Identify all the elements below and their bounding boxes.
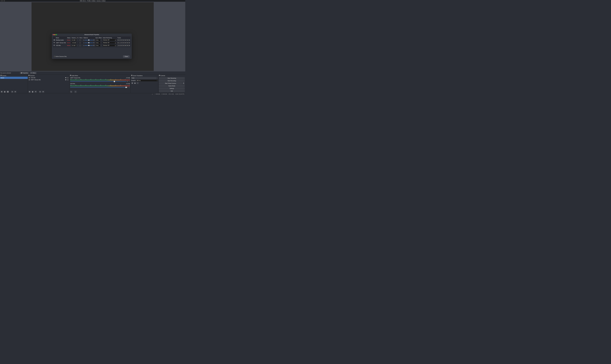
speaker-icon[interactable] <box>127 81 128 82</box>
track-2-checkbox[interactable] <box>120 42 120 43</box>
mono-checkbox[interactable] <box>80 39 81 41</box>
eye-icon[interactable] <box>65 79 66 80</box>
track-2-checkbox[interactable] <box>120 39 120 41</box>
track-3-checkbox[interactable] <box>122 42 123 43</box>
sync-offset-input[interactable] <box>95 39 100 41</box>
duration-stepper[interactable]: ▲▼ <box>157 80 157 81</box>
track-5-checkbox[interactable] <box>126 45 127 46</box>
more-icon[interactable] <box>128 81 130 82</box>
close-button[interactable]: Close <box>123 55 130 58</box>
exit-button[interactable]: Exit <box>159 90 185 92</box>
modal-title-bar[interactable]: Advanced Audio Properties <box>52 34 132 36</box>
eye-icon[interactable] <box>65 77 66 78</box>
track-5-checkbox[interactable] <box>126 42 127 43</box>
maximize-window-button[interactable] <box>4 0 5 1</box>
volume-stepper[interactable]: ▲▼ <box>77 42 77 43</box>
scenes-header[interactable]: Scenes <box>0 75 28 77</box>
transition-select[interactable]: Fade <box>131 77 157 79</box>
mixer-menu-button[interactable] <box>74 91 77 93</box>
scene-filter-button[interactable] <box>7 91 9 93</box>
transition-menu-button[interactable] <box>136 82 139 84</box>
source-item[interactable]: VOD Mix <box>28 77 69 79</box>
start-virtual-camera-button[interactable]: Start Virtual Camera <box>159 82 182 85</box>
sources-list[interactable]: VOD Mix UNIFY Stream Mix <box>28 77 69 91</box>
sync-stepper[interactable]: ▲▼ <box>101 45 101 46</box>
minimize-window-button[interactable] <box>2 0 3 1</box>
lock-icon[interactable] <box>67 79 68 80</box>
mixer-volume-slider[interactable] <box>70 81 126 82</box>
source-down-button[interactable] <box>42 91 44 93</box>
track-2-checkbox[interactable] <box>120 45 120 46</box>
volume-input[interactable] <box>71 39 76 41</box>
track-4-checkbox[interactable] <box>124 39 125 41</box>
lock-icon[interactable] <box>67 77 68 78</box>
duration-value[interactable]: 300 ms <box>137 80 157 81</box>
sources-header[interactable]: Sources <box>28 75 69 77</box>
monitoring-select[interactable]: Monitor Off▲▼ <box>103 42 116 44</box>
sync-stepper[interactable]: ▲▼ <box>101 39 101 41</box>
source-item[interactable]: UNIFY Stream Mix <box>28 79 69 81</box>
balance-slider[interactable]: LR <box>84 42 94 43</box>
add-scene-button[interactable] <box>0 91 3 93</box>
track-3-checkbox[interactable] <box>122 45 123 46</box>
remove-source-button[interactable] <box>31 91 34 93</box>
remove-transition-button[interactable] <box>134 82 136 84</box>
filters-button[interactable]: Filters <box>30 72 37 74</box>
properties-button[interactable]: Properties <box>20 72 29 74</box>
virtual-camera-settings-button[interactable] <box>182 82 185 85</box>
track-3-checkbox[interactable] <box>122 39 123 41</box>
sync-offset-input[interactable] <box>95 42 100 44</box>
monitoring-select[interactable]: Monitor Off▲▼ <box>103 39 116 41</box>
track-6-checkbox[interactable] <box>128 45 129 46</box>
speaker-icon[interactable] <box>127 87 128 88</box>
track-5-checkbox[interactable] <box>126 39 127 41</box>
monitoring-select[interactable]: Monitor Off▲▼ <box>103 44 116 46</box>
source-up-button[interactable] <box>39 91 41 93</box>
scene-item[interactable]: Scene <box>0 77 28 79</box>
transition-stepper[interactable]: ▲▼ <box>157 78 158 79</box>
advanced-audio-button[interactable] <box>70 91 72 93</box>
balance-slider[interactable]: LR <box>84 39 94 41</box>
modal-maximize-button[interactable] <box>56 34 57 35</box>
start-recording-button[interactable]: Start Recording <box>159 80 185 82</box>
close-window-button[interactable] <box>1 0 2 1</box>
mixer-volume-slider[interactable] <box>70 87 126 88</box>
audio-mixer-panel: Audio Mixer UNIFY Stream Mix -4.9 dB -60… <box>69 75 131 93</box>
volume-stepper[interactable]: ▲▼ <box>77 45 77 46</box>
volume-input[interactable] <box>71 45 76 46</box>
controls-header[interactable]: Controls <box>158 75 185 77</box>
volume-input[interactable] <box>71 42 76 44</box>
transitions-header[interactable]: Scene Transitions <box>131 75 158 77</box>
col-volume: Volume % <box>71 37 79 39</box>
scene-down-button[interactable] <box>14 91 16 93</box>
track-1-checkbox[interactable] <box>117 42 119 43</box>
track-4-checkbox[interactable] <box>124 42 125 43</box>
sync-offset-input[interactable] <box>95 45 100 46</box>
settings-button[interactable]: Settings <box>159 87 185 90</box>
source-properties-button[interactable] <box>34 91 37 93</box>
mono-checkbox[interactable] <box>80 45 81 46</box>
track-6-checkbox[interactable] <box>128 39 129 41</box>
modal-minimize-button[interactable] <box>54 34 55 35</box>
start-streaming-button[interactable]: Start Streaming <box>159 77 185 79</box>
studio-mode-button[interactable]: Studio Mode <box>159 85 185 87</box>
audio-mixer-header[interactable]: Audio Mixer <box>69 75 131 77</box>
track-6-checkbox[interactable] <box>128 42 129 43</box>
add-source-button[interactable] <box>28 91 31 93</box>
more-icon[interactable] <box>128 87 130 88</box>
sync-stepper[interactable]: ▲▼ <box>101 42 101 43</box>
mono-checkbox[interactable] <box>80 42 81 43</box>
cpu-usage: CPU: 0.8% <box>169 93 174 95</box>
scene-up-button[interactable] <box>11 91 13 93</box>
percent-checkbox[interactable] <box>76 37 77 39</box>
active-sources-only-checkbox[interactable]: Active Sources Only <box>54 56 66 57</box>
remove-scene-button[interactable] <box>3 91 6 93</box>
scenes-list[interactable]: Scene <box>0 77 28 91</box>
balance-slider[interactable]: LR <box>84 45 94 46</box>
track-4-checkbox[interactable] <box>124 45 125 46</box>
add-transition-button[interactable] <box>131 82 133 84</box>
track-1-checkbox[interactable] <box>117 39 119 41</box>
track-1-checkbox[interactable] <box>117 45 119 46</box>
modal-close-button[interactable] <box>53 34 54 35</box>
volume-stepper[interactable]: ▲▼ <box>77 39 77 41</box>
